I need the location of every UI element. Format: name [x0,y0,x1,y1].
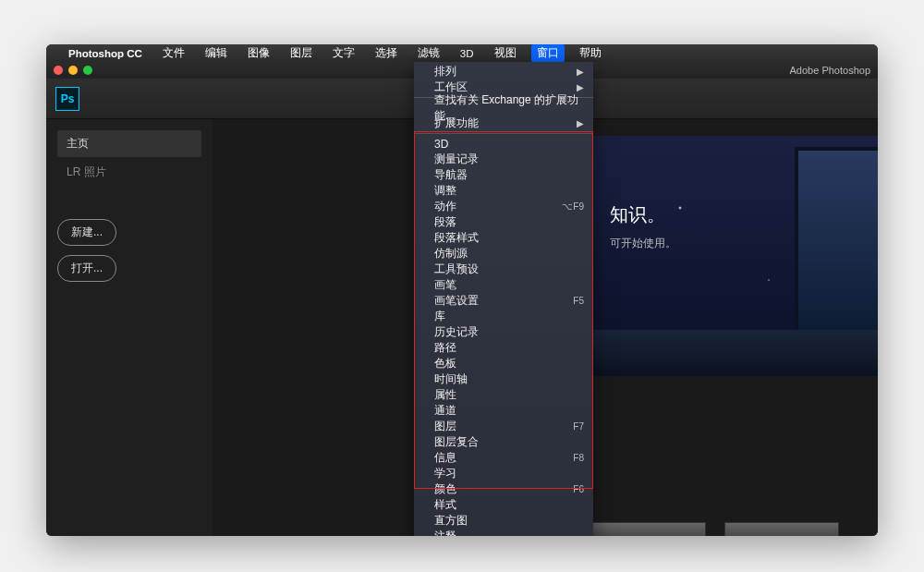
menu-item-label: 注释 [434,529,456,536]
menu-item-panel[interactable]: 库 [414,309,593,324]
promo-window-shape [795,147,878,350]
menu-item-panel[interactable]: 直方图 [414,513,593,529]
menu-layer[interactable]: 图层 [285,44,318,62]
menu-item-panel[interactable]: 动作⌥F9 [414,199,593,214]
menu-image[interactable]: 图像 [242,44,275,62]
zoom-icon[interactable] [83,66,92,75]
menu-item-label: 历史记录 [434,324,479,340]
menu-item-label: 工具预设 [434,262,479,277]
menu-item-label: 仿制源 [434,246,468,262]
menu-item-label: 测量记录 [434,152,479,167]
app-window: Photoshop CC 文件 编辑 图像 图层 文字 选择 滤镜 3D 视图 … [46,44,878,536]
menubar-app-name[interactable]: Photoshop CC [63,46,148,61]
tutorial-thumbnails: Florian Monfrini MONFRINI [591,522,839,536]
menu-item-panel[interactable]: 学习 [414,466,593,481]
menu-item-label: 画笔设置 [434,293,479,309]
menu-item-panel[interactable]: 调整 [414,183,593,199]
chevron-right-icon: ▶ [577,67,584,77]
menu-filter[interactable]: 滤镜 [412,44,445,62]
menu-item-label: 时间轴 [434,371,468,387]
menu-item-label: 动作 [434,199,456,214]
menu-item-label: 段落样式 [434,230,479,246]
menu-select[interactable]: 选择 [370,44,403,62]
promo-subtext: 可开始使用。 [610,236,676,251]
menu-item-panel[interactable]: 注释 [414,529,593,536]
menu-edit[interactable]: 编辑 [200,44,233,62]
menu-window[interactable]: 窗口 [531,44,565,62]
mac-menubar: Photoshop CC 文件 编辑 图像 图层 文字 选择 滤镜 3D 视图 … [46,44,878,62]
window-title: Adobe Photoshop [790,65,870,76]
menu-item-panel[interactable]: 历史记录 [414,324,593,340]
menu-item-panel[interactable]: 画笔设置F5 [414,293,593,309]
menu-view[interactable]: 视图 [489,44,522,62]
menu-item-panel[interactable]: 样式 [414,497,593,513]
menu-item-label: 信息 [434,450,456,466]
menu-item-panel[interactable]: 通道 [414,403,593,419]
menu-type[interactable]: 文字 [327,44,360,62]
menu-item-panel[interactable]: 颜色F6 [414,481,593,497]
menu-item-panel[interactable]: 段落样式 [414,230,593,246]
ps-logo-icon[interactable]: Ps [55,87,79,111]
sidebar-item-home[interactable]: 主页 [57,130,201,157]
promo-floor [591,330,878,376]
menu-item-label: 图层 [434,419,456,434]
menu-item-panel[interactable]: 3D [414,136,593,152]
chevron-right-icon: ▶ [577,118,584,128]
menu-item-exchange[interactable]: 查找有关 Exchange 的扩展功能... [414,100,593,116]
menu-shortcut: F5 [573,296,584,306]
menu-3d[interactable]: 3D [455,46,480,61]
menu-item-label: 扩展功能 [434,116,479,131]
menu-item-label: 路径 [434,340,456,356]
menu-item-label: 导航器 [434,167,468,183]
menu-item-panel[interactable]: 测量记录 [414,152,593,167]
menu-item-panel[interactable]: 时间轴 [414,371,593,387]
menu-shortcut: ⌥F9 [562,201,584,212]
menu-item-panel[interactable]: 属性 [414,387,593,403]
menu-item-arrange[interactable]: 排列 ▶ [414,64,593,79]
menu-shortcut: F8 [573,453,584,463]
new-button[interactable]: 新建... [57,219,116,246]
open-button[interactable]: 打开... [57,255,116,282]
menu-item-label: 3D [434,138,448,151]
menu-item-panel[interactable]: 路径 [414,340,593,356]
menu-help[interactable]: 帮助 [574,44,607,62]
promo-panel: 知识。 可开始使用。 ✥ ✎ T [591,136,878,376]
menu-item-label: 画笔 [434,277,456,293]
menu-item-panel[interactable]: 段落 [414,214,593,230]
menu-item-panel[interactable]: 色板 [414,356,593,371]
menu-item-panel[interactable]: 工具预设 [414,262,593,277]
menu-item-panel[interactable]: 画笔 [414,277,593,293]
window-menu-dropdown: 排列 ▶ 工作区 ▶ 查找有关 Exchange 的扩展功能... 扩展功能 ▶… [414,62,593,536]
menu-item-label: 图层复合 [434,434,479,450]
menu-item-extensions[interactable]: 扩展功能 ▶ [414,116,593,131]
sidebar-item-lr-photos[interactable]: LR 照片 [57,159,201,186]
menu-item-label: 通道 [434,403,456,419]
menu-item-panel[interactable]: 信息F8 [414,450,593,466]
menu-item-label: 排列 [434,64,456,79]
traffic-lights [54,66,92,75]
menu-item-label: 调整 [434,183,456,199]
menu-item-panel[interactable]: 导航器 [414,167,593,183]
tutorial-thumb[interactable]: MONFRINI [724,522,839,536]
home-sidebar: 主页 LR 照片 新建... 打开... [46,119,213,536]
promo-headline: 知识。 [610,202,665,227]
menu-item-label: 颜色 [434,481,456,497]
menu-item-label: 库 [434,309,445,324]
close-icon[interactable] [54,66,63,75]
menu-separator [414,133,593,134]
menu-item-panel[interactable]: 图层F7 [414,419,593,434]
menu-item-label: 段落 [434,214,456,230]
menu-item-label: 学习 [434,466,456,481]
chevron-right-icon: ▶ [577,82,584,92]
menu-item-label: 样式 [434,497,456,513]
menu-file[interactable]: 文件 [157,44,190,62]
minimize-icon[interactable] [68,66,78,75]
menu-item-panel[interactable]: 图层复合 [414,434,593,450]
menu-item-label: 色板 [434,356,456,371]
menu-item-label: 属性 [434,387,456,403]
tutorial-thumb[interactable]: Florian Monfrini [591,522,706,536]
menu-shortcut: F7 [573,421,584,432]
menu-item-panel[interactable]: 仿制源 [414,246,593,262]
menu-shortcut: F6 [573,484,584,494]
menu-item-label: 直方图 [434,513,468,529]
